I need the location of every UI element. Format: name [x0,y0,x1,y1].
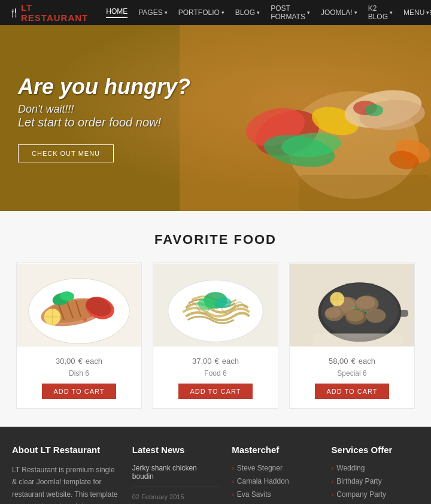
add-to-cart-button-2[interactable]: ADD TO CART [178,384,253,399]
food-card-2: 37,00 € each Food 6 ADD TO CART [153,262,278,409]
svg-point-52 [366,311,368,313]
chevron-icon-6: › [332,478,334,485]
footer-news-col: Latest News Jerky shank chicken boudin 0… [132,445,220,504]
masterchef-link-3[interactable]: ›Eva Savits [232,490,319,499]
footer-about-col: About LT Restaurant LT Restaurant is pre… [12,445,120,504]
hero-tagline: Let start to order food now! [18,116,190,129]
chevron-icon-2: › [232,478,234,485]
svg-point-28 [83,318,87,322]
nav-joomla[interactable]: JOOMLA!▾ [321,8,357,17]
food-price-2: 37,00 € each [153,354,278,367]
footer-masterchef-title: Masterchef [232,445,319,455]
footer-news-title: Latest News [132,445,220,455]
footer-services-col: Services Offer ›Wedding ›Birthday Party … [332,445,419,504]
service-link-1[interactable]: ›Wedding [332,464,419,472]
favorite-food-section: FAVORITE FOOD [0,211,431,427]
footer-services-title: Services Offer [332,445,419,455]
svg-point-29 [90,315,92,317]
chevron-icon-1: › [232,464,234,472]
hero-subtitle: Don't wait!!! [18,103,190,116]
masterchef-link-1[interactable]: ›Steve Stegner [232,464,319,472]
logo[interactable]: 🍴 LT RESTAURANT [9,2,88,23]
add-to-cart-button-1[interactable]: ADD TO CART [42,384,117,399]
hero-content: Are you hungry? Don't wait!!! Let start … [0,74,208,162]
food-card-1: 30,00 € each Dish 6 ADD TO CART [16,262,142,409]
food-name-1: Dish 6 [17,369,141,378]
hero-section: Are you hungry? Don't wait!!! Let start … [0,25,431,211]
food-grid: 30,00 € each Dish 6 ADD TO CART [12,262,419,409]
food-name-3: Special 6 [290,369,414,378]
checkout-menu-button[interactable]: CHECK OUT MENU [18,144,114,162]
food-name-2: Food 6 [153,369,278,378]
nav-k2blog[interactable]: K2 BLOG▾ [368,4,393,21]
nav-portfolio[interactable]: PORTFOLIO▾ [178,8,224,17]
food-image-1 [17,263,141,347]
news-item-1: Jerky shank chicken boudin 02 February 2… [132,464,220,500]
favorite-food-title: FAVORITE FOOD [12,232,419,248]
hero-food-image [180,25,431,211]
logo-text: LT RESTAURANT [21,2,88,23]
service-link-3[interactable]: ›Company Party [332,490,419,499]
news-date-1: 02 February 2015 [132,493,220,500]
food-image-3 [290,263,414,347]
footer-about-title: About LT Restaurant [12,445,120,455]
header: 🍴 LT RESTAURANT HOME PAGES▾ PORTFOLIO▾ B… [0,0,431,25]
food-image-2 [153,263,278,347]
svg-point-10 [365,104,383,116]
chevron-icon-7: › [332,491,334,498]
nav-pages[interactable]: PAGES▾ [138,8,167,17]
nav-post-formats[interactable]: POST FORMATS▾ [271,4,310,21]
nav-blog[interactable]: BLOG▾ [235,8,260,17]
nav-home[interactable]: HOME [106,7,128,18]
hero-title: Are you hungry? [18,74,190,99]
add-to-cart-button-3[interactable]: ADD TO CART [315,384,390,399]
food-price-3: 58,00 € each [290,354,414,367]
food-card-3: 58,00 € each Special 6 ADD TO CART [289,262,415,409]
svg-rect-13 [299,175,431,211]
chevron-icon-3: › [232,491,234,498]
masterchef-link-2[interactable]: ›Camala Haddon [232,477,319,485]
nav-menu[interactable]: MENU▾ [403,8,429,17]
food-price-1: 30,00 € each [17,354,141,367]
footer-masterchef-col: Masterchef ›Steve Stegner ›Camala Haddon… [232,445,319,504]
footer: About LT Restaurant LT Restaurant is pre… [0,427,431,504]
svg-point-34 [215,297,232,308]
logo-icon: 🍴 [9,8,19,17]
svg-point-53 [353,307,355,309]
news-link-1[interactable]: Jerky shank chicken boudin [132,464,220,481]
svg-point-47 [366,309,386,323]
chevron-icon-5: › [332,464,334,472]
svg-point-46 [325,307,341,318]
svg-rect-54 [314,334,403,347]
main-nav: HOME PAGES▾ PORTFOLIO▾ BLOG▾ POST FORMAT… [106,4,429,21]
svg-point-44 [346,310,364,322]
service-link-2[interactable]: ›Birthday Party [332,477,419,485]
svg-point-51 [360,309,362,311]
svg-point-42 [356,296,375,309]
svg-point-33 [198,298,216,310]
footer-about-text: LT Restaurant is premium single & clear … [12,464,120,504]
